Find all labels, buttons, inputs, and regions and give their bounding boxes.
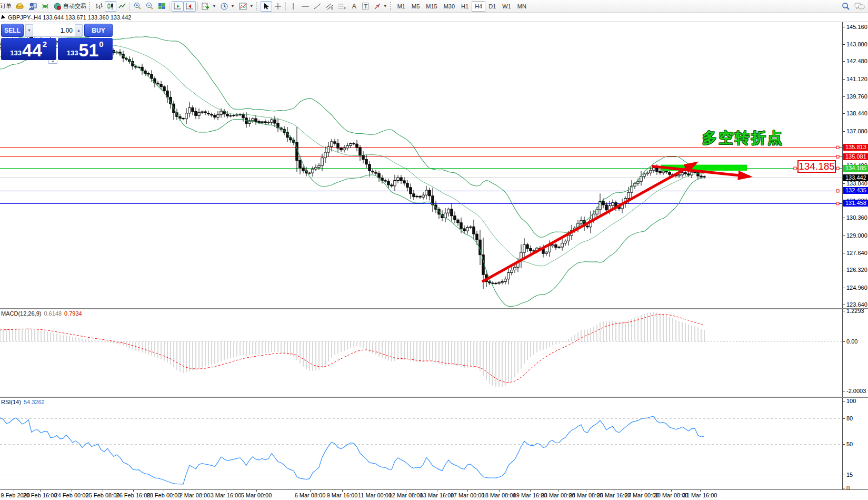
new-chart-button[interactable]: ▼	[199, 1, 218, 12]
metaeditor-button[interactable]	[26, 1, 39, 12]
time-tick	[256, 490, 257, 492]
zoom-out-button[interactable]	[144, 1, 156, 12]
macd-label-row: MACD(12,26,9) 0.6148 0.7934	[1, 310, 82, 317]
rsi-tick	[843, 444, 845, 445]
search-icon[interactable]	[842, 2, 850, 11]
toolbar-separator	[169, 2, 170, 11]
volume-increase-button[interactable]: ▲	[75, 24, 83, 36]
macd-pane[interactable]: MACD(12,26,9) 0.6148 0.7934 1.22930.00-2…	[0, 309, 868, 397]
cursor-tool-button[interactable]	[261, 1, 272, 12]
time-label: 9 Mar 16:00	[327, 492, 358, 498]
new-order-icon-button[interactable]	[14, 1, 26, 12]
price-label: 124.960	[846, 285, 867, 291]
sell-price-display[interactable]: 133 44 2	[1, 38, 56, 60]
chat-icon[interactable]	[854, 2, 865, 11]
horizontal-line-tool[interactable]	[299, 1, 312, 12]
time-tick	[40, 490, 41, 492]
price-tick	[843, 236, 845, 236]
trendline-tool[interactable]	[312, 1, 323, 12]
channel-tool[interactable]: E	[323, 1, 336, 12]
order-button[interactable]: 订单	[0, 1, 14, 12]
sell-button[interactable]: SELL	[1, 24, 24, 37]
fibonacci-icon: F	[338, 3, 346, 10]
vertical-line-tool[interactable]	[287, 1, 299, 12]
time-tick	[700, 490, 701, 492]
autotrading-button[interactable]: 自动交易	[52, 1, 88, 12]
time-tick	[72, 490, 72, 492]
tile-windows-button[interactable]	[156, 1, 168, 12]
time-label: 26 Feb 16:00	[116, 492, 151, 498]
vertical-line-icon	[291, 3, 296, 10]
line-anchor-handle[interactable]	[836, 202, 839, 205]
timeframe-m15[interactable]: M15	[423, 1, 440, 12]
volume-input[interactable]	[33, 24, 75, 36]
signals-button[interactable]	[39, 1, 52, 12]
chart-window-titlebar[interactable]: GBPJPY-,H4 133.644 133.671 133.360 133.4…	[0, 13, 868, 22]
time-tick	[164, 490, 164, 492]
chart-shift-button[interactable]	[184, 1, 196, 12]
timeframe-m30[interactable]: M30	[441, 1, 458, 12]
rsi-tick	[843, 418, 845, 419]
line-anchor-handle[interactable]	[794, 167, 796, 170]
channel-icon: E	[325, 3, 334, 10]
volume-decrease-button[interactable]: ▼	[25, 24, 33, 36]
buy-price-display[interactable]: 133 51 0	[58, 38, 113, 60]
time-label: 13 Mar 16:00	[420, 492, 454, 498]
macd-canvas	[0, 309, 842, 397]
text-tool[interactable]: A	[348, 1, 360, 12]
line-anchor-handle[interactable]	[836, 146, 839, 149]
price-tick	[843, 218, 845, 218]
label-tool[interactable]: T	[360, 1, 372, 12]
price-flag-135.081: 135.081	[843, 153, 868, 160]
bar-chart-mode-button[interactable]	[93, 1, 105, 12]
arrows-tool[interactable]: ▼	[372, 1, 390, 12]
timeframe-d1[interactable]: D1	[485, 1, 499, 12]
price-label: 139.760	[846, 93, 867, 100]
macd-axis[interactable]: 1.22930.00-2.0003	[842, 309, 868, 397]
price-chart-canvas[interactable]	[0, 22, 842, 308]
rsi-pane[interactable]: RSI(14) 54.3262 1008050150	[0, 398, 868, 489]
trend-arrow-up[interactable]	[482, 163, 696, 281]
volume-control: ▼ ▲	[25, 24, 83, 37]
zoom-in-button[interactable]	[132, 1, 144, 12]
chart-window-icon	[1, 15, 6, 20]
macd-tick	[843, 391, 845, 391]
timeframe-mn[interactable]: MN	[514, 1, 530, 12]
crosshair-tool-button[interactable]	[272, 1, 284, 12]
turning-point-annotation[interactable]: 多空转折点	[702, 128, 784, 148]
price-callout-box[interactable]: 134.185	[797, 160, 836, 173]
line-anchor-handle[interactable]	[836, 190, 839, 192]
line-anchor-handle[interactable]	[836, 155, 839, 158]
time-tick	[614, 490, 614, 492]
fibonacci-tool[interactable]: F	[336, 1, 348, 12]
macd-label: MACD(12,26,9)	[1, 310, 41, 317]
templates-button[interactable]: ▼	[237, 1, 256, 12]
clock-icon	[221, 3, 228, 10]
timeframe-m5[interactable]: M5	[408, 1, 423, 12]
time-label: 12 Mar 08:00	[389, 492, 423, 498]
rsi-label: 50	[846, 441, 853, 447]
time-axis[interactable]: 19 Feb 202020 Feb 16:0024 Feb 00:0025 Fe…	[0, 489, 868, 500]
timeframe-m1[interactable]: M1	[394, 1, 408, 12]
toolbar-grip	[89, 2, 92, 11]
candlestick-mode-button[interactable]	[105, 1, 116, 12]
time-tick	[342, 490, 343, 492]
buy-button[interactable]: BUY	[84, 24, 113, 37]
order-button-label: 订单	[0, 2, 12, 10]
auto-scroll-button[interactable]	[172, 1, 184, 12]
timeframe-w1[interactable]: W1	[499, 1, 514, 12]
price-chart-pane[interactable]: SELL ▼ ▲ BUY 133 44 2 133 51 0 ▼ 多空转折点 1…	[0, 22, 868, 308]
rsi-axis[interactable]: 1008050150	[842, 398, 868, 489]
price-tick	[843, 288, 845, 288]
timeframe-h1[interactable]: H1	[458, 1, 472, 12]
line-anchor-handle[interactable]	[836, 167, 839, 170]
trade-panel-collapse-tab[interactable]: ▼	[48, 60, 57, 64]
timeframe-h4[interactable]: H4	[472, 1, 485, 12]
macd-label: 0.00	[846, 338, 857, 345]
price-flag-132.435: 132.435	[843, 187, 868, 194]
line-chart-icon	[118, 3, 126, 10]
periods-button[interactable]: ▼	[218, 1, 237, 12]
price-axis[interactable]: 145.160143.800142.480141.120139.760138.4…	[842, 22, 868, 308]
toolbar-separator	[129, 2, 130, 11]
line-chart-mode-button[interactable]	[116, 1, 128, 12]
